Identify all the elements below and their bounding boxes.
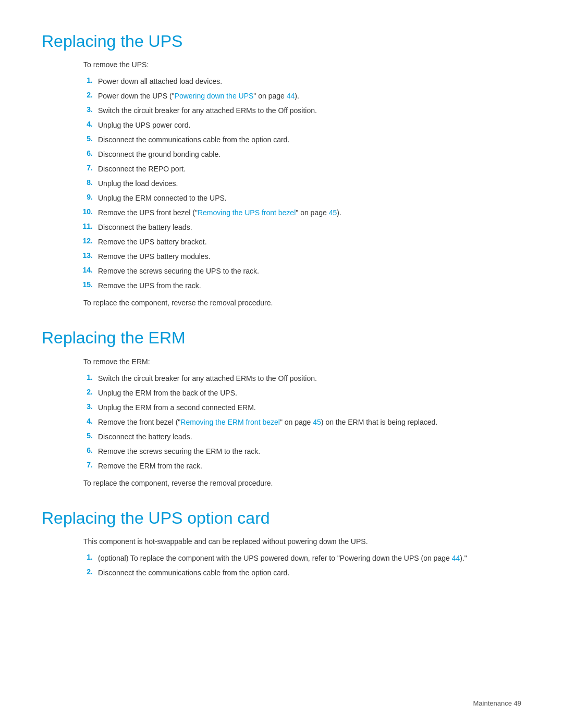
removing-erm-front-bezel-link[interactable]: Removing the ERM front bezel	[180, 418, 280, 426]
step-number: 10.	[73, 207, 93, 216]
page-44-link-1[interactable]: 44	[287, 92, 295, 100]
list-item: 4. Unplug the UPS power cord.	[73, 120, 521, 131]
list-item: 1. Power down all attached load devices.	[73, 76, 521, 87]
powering-down-ups-link[interactable]: Powering down the UPS	[175, 92, 254, 100]
list-item: 13. Remove the UPS battery modules.	[73, 251, 521, 262]
step-text: Disconnect the REPO port.	[98, 164, 521, 175]
list-item: 7. Disconnect the REPO port.	[73, 164, 521, 175]
list-item: 1. (optional) To replace the component w…	[73, 553, 521, 564]
section-title-erm: Replacing the ERM	[42, 328, 521, 348]
step-number: 7.	[73, 164, 93, 172]
step-text: Disconnect the ground bonding cable.	[98, 149, 521, 160]
step-number: 4.	[73, 120, 93, 128]
step-text: Disconnect the battery leads.	[98, 431, 521, 442]
section-replacing-erm: Replacing the ERM To remove the ERM: 1. …	[42, 328, 521, 487]
document-body: Replacing the UPS To remove the UPS: 1. …	[42, 31, 521, 578]
step-number: 9.	[73, 193, 93, 201]
list-item: 2. Power down the UPS ("Powering down th…	[73, 91, 521, 102]
erm-steps-list: 1. Switch the circuit breaker for any at…	[73, 373, 521, 472]
intro-ups: To remove the UPS:	[83, 60, 521, 69]
ups-steps-list: 1. Power down all attached load devices.…	[73, 76, 521, 291]
list-item: 15. Remove the UPS from the rack.	[73, 280, 521, 291]
step-number: 2.	[73, 388, 93, 396]
step-text: Remove the UPS battery bracket.	[98, 237, 521, 248]
step-number: 5.	[73, 431, 93, 440]
list-item: 10. Remove the UPS front bezel ("Removin…	[73, 207, 521, 218]
step-text: Remove the UPS front bezel ("Removing th…	[98, 207, 521, 218]
step-number: 3.	[73, 105, 93, 114]
step-number: 4.	[73, 417, 93, 425]
intro-erm: To remove the ERM:	[83, 357, 521, 366]
step-number: 3.	[73, 402, 93, 411]
list-item: 2. Unplug the ERM from the back of the U…	[73, 388, 521, 399]
step-text: (optional) To replace the component with…	[98, 553, 521, 564]
step-text: Remove the screws securing the UPS to th…	[98, 266, 521, 277]
list-item: 1. Switch the circuit breaker for any at…	[73, 373, 521, 384]
list-item: 5. Disconnect the communications cable f…	[73, 134, 521, 145]
step-text: Remove the front bezel ("Removing the ER…	[98, 417, 521, 428]
closing-ups: To replace the component, reverse the re…	[83, 299, 521, 307]
closing-erm: To replace the component, reverse the re…	[83, 479, 521, 487]
section-replacing-ups-option-card: Replacing the UPS option card This compo…	[42, 508, 521, 578]
step-text: Disconnect the communications cable from…	[98, 567, 521, 578]
list-item: 9. Unplug the ERM connected to the UPS.	[73, 193, 521, 204]
list-item: 11. Disconnect the battery leads.	[73, 222, 521, 233]
step-text: Unplug the UPS power cord.	[98, 120, 521, 131]
intro-ups-option-card: This component is hot-swappable and can …	[83, 537, 521, 546]
step-number: 12.	[73, 237, 93, 245]
list-item: 4. Remove the front bezel ("Removing the…	[73, 417, 521, 428]
step-text: Switch the circuit breaker for any attac…	[98, 105, 521, 116]
list-item: 14. Remove the screws securing the UPS t…	[73, 266, 521, 277]
step-text: Switch the circuit breaker for any attac…	[98, 373, 521, 384]
list-item: 5. Disconnect the battery leads.	[73, 431, 521, 442]
step-number: 11.	[73, 222, 93, 230]
step-number: 2.	[73, 567, 93, 576]
step-text: Remove the UPS battery modules.	[98, 251, 521, 262]
list-item: 2. Disconnect the communications cable f…	[73, 567, 521, 578]
step-number: 6.	[73, 149, 93, 157]
list-item: 12. Remove the UPS battery bracket.	[73, 237, 521, 248]
list-item: 6. Disconnect the ground bonding cable.	[73, 149, 521, 160]
step-text: Remove the screws securing the ERM to th…	[98, 446, 521, 457]
section-title-ups-option-card: Replacing the UPS option card	[42, 508, 521, 528]
page-45-link-2[interactable]: 45	[313, 418, 321, 426]
list-item: 7. Remove the ERM from the rack.	[73, 461, 521, 472]
removing-ups-front-bezel-link[interactable]: Removing the UPS front bezel	[198, 208, 296, 217]
page-44-link-2[interactable]: 44	[452, 554, 460, 562]
section-title-ups: Replacing the UPS	[42, 31, 521, 51]
step-number: 14.	[73, 266, 93, 274]
ups-option-card-steps-list: 1. (optional) To replace the component w…	[73, 553, 521, 578]
step-number: 8.	[73, 178, 93, 187]
list-item: 3. Switch the circuit breaker for any at…	[73, 105, 521, 116]
step-number: 15.	[73, 280, 93, 289]
step-text: Power down the UPS ("Powering down the U…	[98, 91, 521, 102]
step-text: Disconnect the battery leads.	[98, 222, 521, 233]
step-text: Unplug the load devices.	[98, 178, 521, 189]
step-text: Power down all attached load devices.	[98, 76, 521, 87]
step-text: Unplug the ERM connected to the UPS.	[98, 193, 521, 204]
step-number: 1.	[73, 373, 93, 381]
step-number: 1.	[73, 76, 93, 84]
list-item: 3. Unplug the ERM from a second connecte…	[73, 402, 521, 413]
step-number: 2.	[73, 91, 93, 99]
footer-text: Maintenance 49	[473, 699, 521, 707]
step-number: 6.	[73, 446, 93, 454]
step-text: Remove the ERM from the rack.	[98, 461, 521, 472]
step-text: Disconnect the communications cable from…	[98, 134, 521, 145]
section-replacing-ups: Replacing the UPS To remove the UPS: 1. …	[42, 31, 521, 307]
step-text: Unplug the ERM from a second connected E…	[98, 402, 521, 413]
list-item: 8. Unplug the load devices.	[73, 178, 521, 189]
page-footer: Maintenance 49	[473, 699, 521, 707]
page-45-link-1[interactable]: 45	[329, 208, 337, 217]
step-text: Unplug the ERM from the back of the UPS.	[98, 388, 521, 399]
step-number: 1.	[73, 553, 93, 561]
list-item: 6. Remove the screws securing the ERM to…	[73, 446, 521, 457]
step-number: 5.	[73, 134, 93, 143]
step-number: 7.	[73, 461, 93, 469]
step-number: 13.	[73, 251, 93, 260]
step-text: Remove the UPS from the rack.	[98, 280, 521, 291]
